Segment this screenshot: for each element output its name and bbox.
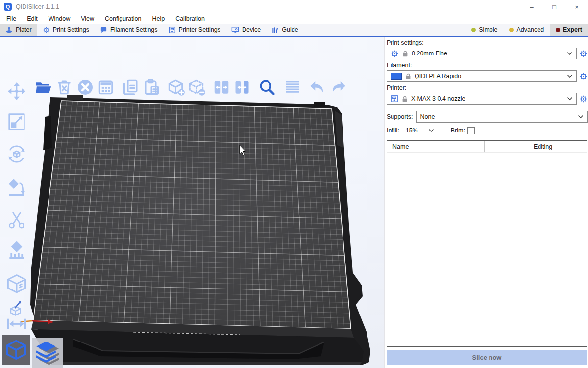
rotate-tool[interactable] [6, 144, 27, 164]
filament-label: Filament: [387, 62, 588, 69]
printer-gear-button[interactable] [579, 95, 588, 103]
simple-dot-icon [471, 28, 476, 32]
move-tool[interactable] [6, 81, 27, 101]
cube-plus-icon [168, 79, 185, 96]
split-to-parts-button[interactable] [233, 79, 251, 96]
gear-icon [43, 26, 50, 34]
mode-simple[interactable]: Simple [466, 24, 503, 36]
view-preview-button[interactable] [32, 338, 63, 368]
trash-icon [55, 79, 73, 96]
delete-button[interactable] [55, 79, 73, 96]
scale-tool[interactable] [6, 112, 27, 131]
measure-tool[interactable] [6, 317, 27, 331]
copy-icon [122, 79, 140, 96]
object-list-header: Name Editing [387, 141, 587, 153]
mode-expert[interactable]: Expert [550, 24, 588, 36]
chevron-down-icon [428, 129, 434, 132]
print-settings-gear-button[interactable] [579, 50, 588, 58]
slice-now-button[interactable]: Slice now [387, 350, 587, 365]
filament-gear-button[interactable] [579, 72, 588, 80]
variable-layer-height-button[interactable] [284, 79, 301, 96]
menu-file[interactable]: File [1, 14, 22, 24]
filament-combo[interactable]: QIDI PLA Rapido [387, 70, 577, 82]
menu-window[interactable]: Window [43, 14, 75, 24]
advanced-dot-icon [509, 28, 514, 32]
3d-editor-cube-icon [5, 339, 27, 361]
search-icon [258, 79, 276, 96]
supports-value: None [420, 113, 575, 120]
printer-icon [391, 95, 398, 103]
column-editing: Editing [499, 141, 587, 152]
tab-guide[interactable]: Guide [266, 24, 303, 36]
printer-combo[interactable]: X-MAX 3 0.4 nozzle [387, 93, 577, 105]
printer-label: Printer: [387, 84, 588, 91]
multimaterial-painting-tool[interactable] [7, 299, 26, 317]
cube-minus-icon [188, 79, 206, 96]
menu-calibration[interactable]: Calibration [170, 14, 210, 24]
copy-button[interactable] [122, 79, 140, 96]
redo-button[interactable] [330, 79, 347, 96]
menu-help[interactable]: Help [147, 14, 170, 24]
tab-device[interactable]: Device [226, 24, 266, 36]
circle-x-icon [76, 79, 94, 96]
print-settings-combo[interactable]: 0.20mm Fine [387, 48, 577, 59]
close-button[interactable]: × [565, 0, 588, 14]
supports-combo[interactable]: None [416, 111, 588, 123]
column-extruder [484, 141, 499, 152]
lock-icon [405, 73, 412, 80]
flatten-icon [6, 178, 27, 197]
brim-label: Brim: [451, 127, 465, 134]
tab-printer-settings[interactable]: Printer Settings [163, 24, 226, 36]
maximize-button[interactable]: □ [543, 0, 565, 14]
menu-configuration[interactable]: Configuration [99, 14, 147, 24]
undo-arrow-icon [308, 79, 326, 96]
tab-filament-settings[interactable]: Filament Settings [95, 24, 163, 36]
settings-panel: Print settings: 0.20mm Fine Filament: QI… [384, 37, 588, 368]
minimize-button[interactable]: – [520, 0, 543, 14]
support-paint-icon [6, 241, 27, 261]
split-to-objects-button[interactable] [213, 79, 230, 96]
column-name: Name [387, 141, 484, 152]
qidislicer-window: Q QIDISlicer-1.1.1 – □ × File Edit Windo… [0, 0, 588, 368]
gear-icon [391, 50, 399, 58]
chevron-down-icon [567, 52, 573, 55]
mmu-cube-icon [7, 299, 26, 317]
app-logo-icon: Q [4, 3, 12, 11]
remove-instance-button[interactable] [188, 79, 206, 96]
split-objects-icon [213, 79, 230, 96]
seam-painting-tool[interactable] [6, 273, 27, 295]
delete-all-button[interactable] [76, 79, 94, 96]
menu-edit[interactable]: Edit [22, 14, 43, 24]
printer-value: X-MAX 3 0.4 nozzle [411, 95, 564, 102]
paste-button[interactable] [143, 79, 160, 96]
layer-lines-icon [284, 79, 301, 96]
search-button[interactable] [258, 79, 276, 96]
add-instance-button[interactable] [168, 79, 185, 96]
mode-advanced[interactable]: Advanced [503, 24, 550, 36]
arrange-button[interactable] [97, 79, 115, 96]
infill-label: Infill: [387, 127, 399, 134]
tab-print-settings[interactable]: Print Settings [37, 24, 95, 36]
preview-layers-icon [35, 340, 60, 366]
chevron-down-icon [578, 115, 584, 119]
title-bar: Q QIDISlicer-1.1.1 – □ × [0, 0, 588, 14]
viewport-3d[interactable] [0, 37, 384, 368]
print-settings-value: 0.20mm Fine [412, 50, 564, 57]
mode-switcher: Simple Advanced Expert [466, 24, 588, 36]
object-list[interactable]: Name Editing [387, 140, 587, 347]
object-list-body[interactable] [387, 153, 587, 346]
cut-tool[interactable] [6, 210, 27, 230]
infill-combo[interactable]: 15% [402, 125, 438, 136]
tab-plater[interactable]: Plater [0, 24, 37, 36]
place-on-face-tool[interactable] [6, 178, 27, 197]
filament-color-swatch [391, 73, 402, 80]
open-project-button[interactable] [35, 79, 52, 96]
paint-on-supports-tool[interactable] [6, 241, 27, 261]
move-icon [6, 81, 27, 101]
chevron-down-icon [567, 74, 573, 78]
filament-icon [100, 26, 107, 34]
undo-button[interactable] [308, 79, 326, 96]
brim-checkbox[interactable] [467, 127, 475, 134]
menu-view[interactable]: View [75, 14, 99, 24]
view-3d-editor-button[interactable] [2, 335, 30, 365]
